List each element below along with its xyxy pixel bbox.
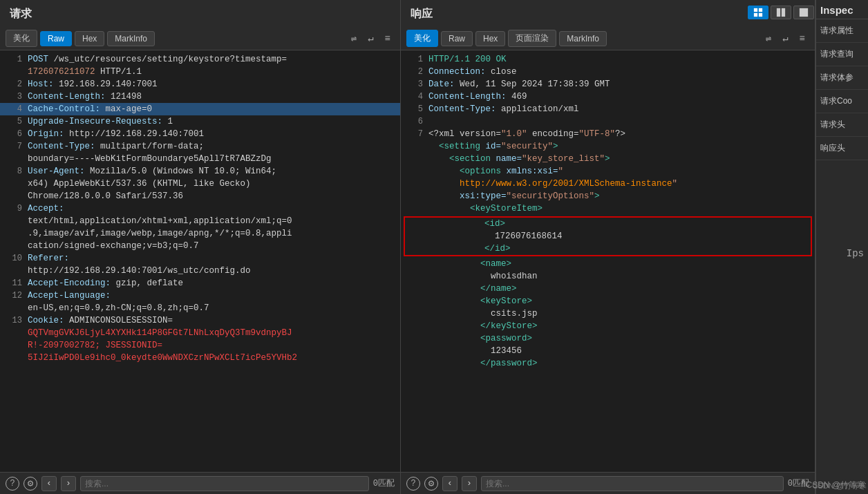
req-line-9: 9 Accept: bbox=[0, 202, 400, 215]
toggle-single[interactable] bbox=[793, 6, 814, 19]
tab-hex-req[interactable]: Hex bbox=[75, 31, 104, 46]
req-line-9d: cation/signed-exchange;v=b3;q=0.7 bbox=[0, 240, 400, 252]
resp-line-6: 6 bbox=[401, 115, 815, 128]
resp-forward-btn[interactable]: › bbox=[462, 476, 477, 491]
inspector-title: Inspec bbox=[816, 0, 868, 19]
svg-rect-3 bbox=[759, 13, 762, 17]
req-settings-icon[interactable]: ⚙ bbox=[23, 477, 37, 491]
req-line-8c: Chrome/128.0.0.0 Safari/537.36 bbox=[0, 190, 400, 202]
req-line-9b: text/html,application/xhtml+xml,applicat… bbox=[0, 215, 400, 227]
request-bottom-bar: ? ⚙ ‹ › 0匹配 bbox=[0, 472, 400, 494]
tab-hex-resp[interactable]: Hex bbox=[475, 31, 505, 46]
req-match-count: 0匹配 bbox=[373, 477, 395, 489]
req-line-13: 13 Cookie: ADMINCONSOLESESSION= bbox=[0, 314, 400, 327]
response-toolbar: 美化 Raw Hex 页面渲染 MarkInfo ⇌ ↵ ≡ bbox=[401, 27, 815, 50]
request-content: 1 POST /ws_utc/resources/setting/keystor… bbox=[0, 50, 400, 472]
resp-back-btn[interactable]: ‹ bbox=[442, 476, 457, 491]
inspector-panel: Inspec 请求属性 请求查询 请求体参 请求Coo 请求头 响应头 Ips … bbox=[815, 0, 868, 494]
icon-newline-req[interactable]: ↵ bbox=[364, 30, 377, 46]
icon-newline-resp[interactable]: ↵ bbox=[778, 30, 792, 46]
request-title: 请求 bbox=[0, 0, 400, 27]
resp-line-ks-open: <keyStore> bbox=[401, 295, 815, 307]
resp-line-7g: <keyStoreItem> bbox=[401, 202, 815, 215]
resp-line-7d: <options xmlns:xsi=" bbox=[401, 165, 815, 178]
svg-rect-6 bbox=[800, 8, 808, 17]
resp-line-id-value: 1726076168614 bbox=[405, 230, 811, 243]
req-line-13d: 5IJ2iIwPD0Le9ihc0_0keydte0WwNDXCzrNPwXCL… bbox=[0, 352, 400, 364]
resp-line-id-close: </id> bbox=[405, 243, 811, 255]
req-search-input[interactable] bbox=[80, 476, 369, 491]
resp-line-2: 2 Connection: close bbox=[401, 66, 815, 78]
tab-render-resp[interactable]: 页面渲染 bbox=[508, 30, 556, 47]
request-panel: 请求 美化 Raw Hex MarkInfo ⇌ ↵ ≡ 1 POST /ws_… bbox=[0, 0, 401, 494]
req-line-13b: GQTVmgGVKJ6LjyL4XYXHk114P8GFGt7LNhLxqDyQ… bbox=[0, 327, 400, 339]
resp-search-input[interactable] bbox=[481, 476, 784, 491]
tab-beautify-req[interactable]: 美化 bbox=[6, 30, 37, 47]
resp-line-pw-open: <password> bbox=[401, 332, 815, 345]
req-forward-btn[interactable]: › bbox=[61, 476, 76, 491]
icon-wrap-resp[interactable]: ⇌ bbox=[762, 30, 775, 46]
inspector-item-req-cookie[interactable]: 请求Coo bbox=[816, 90, 868, 113]
resp-line-7e: http://www.w3.org/2001/XMLSchema-instanc… bbox=[401, 178, 815, 190]
req-help-icon[interactable]: ? bbox=[6, 477, 19, 491]
req-line-4: 4 Cache-Control: max-age=0 bbox=[0, 103, 400, 115]
ips-label: Ips bbox=[847, 248, 864, 259]
req-line-12b: en-US,en;q=0.9,zh-CN;q=0.8,zh;q=0.7 bbox=[0, 302, 400, 314]
tab-beautify-resp[interactable]: 美化 bbox=[406, 30, 438, 47]
inspector-item-req-body[interactable]: 请求体参 bbox=[816, 66, 868, 90]
svg-rect-1 bbox=[759, 8, 762, 12]
req-line-6: 6 Origin: http://192.168.29.140:7001 bbox=[0, 128, 400, 140]
highlight-box: <id> 1726076168614 </id> bbox=[404, 216, 812, 256]
resp-line-pw-val: 123456 bbox=[401, 345, 815, 357]
resp-line-ks-close: </keyStore> bbox=[401, 320, 815, 332]
resp-line-3: 3 Date: Wed, 11 Sep 2024 17:38:39 GMT bbox=[401, 78, 815, 91]
resp-line-7f: xsi:type="securityOptions"> bbox=[401, 190, 815, 202]
resp-line-1: 1 HTTP/1.1 200 OK bbox=[401, 53, 815, 66]
watermark-fixed: CSDN @竹等寒 bbox=[806, 479, 865, 491]
tab-raw-req[interactable]: Raw bbox=[40, 31, 72, 46]
req-back-btn[interactable]: ‹ bbox=[41, 476, 57, 491]
resp-line-pw-close: </password> bbox=[401, 357, 815, 370]
resp-line-name-val: whoisdhan bbox=[401, 270, 815, 283]
view-toggles bbox=[748, 6, 814, 19]
icon-wrap-req[interactable]: ⇌ bbox=[347, 30, 361, 46]
tab-raw-resp[interactable]: Raw bbox=[441, 31, 473, 46]
req-line-7: 7 Content-Type: multipart/form-data; bbox=[0, 140, 400, 153]
resp-line-7: 7 <?xml version="1.0" encoding="UTF-8"?> bbox=[401, 128, 815, 140]
resp-line-7b: <setting id="security"> bbox=[401, 140, 815, 153]
svg-rect-0 bbox=[754, 8, 757, 12]
tab-markinfo-req[interactable]: MarkInfo bbox=[107, 31, 155, 46]
resp-line-id-open: <id> bbox=[405, 218, 811, 230]
icon-menu-resp[interactable]: ≡ bbox=[795, 31, 809, 46]
icon-menu-req[interactable]: ≡ bbox=[381, 31, 395, 46]
req-line-1b: 1726076211072 HTTP/1.1 bbox=[0, 66, 400, 78]
inspector-item-resp-headers[interactable]: 响应头 bbox=[816, 137, 868, 160]
svg-rect-2 bbox=[754, 13, 757, 17]
resp-settings-icon[interactable]: ⚙ bbox=[424, 477, 438, 491]
req-line-13c: R!-2097002782; JSESSIONID= bbox=[0, 339, 400, 352]
req-line-11: 11 Accept-Encoding: gzip, deflate bbox=[0, 277, 400, 289]
request-toolbar: 美化 Raw Hex MarkInfo ⇌ ↵ ≡ bbox=[0, 27, 400, 50]
req-line-9c: .9,image/avif,image/webp,image/apng,*/*;… bbox=[0, 227, 400, 240]
response-panel: 响应 美化 Raw Hex 页面渲染 MarkInfo ⇌ ↵ ≡ 1 HTTP… bbox=[401, 0, 815, 494]
req-line-5: 5 Upgrade-Insecure-Requests: 1 bbox=[0, 115, 400, 128]
req-line-10: 10 Referer: bbox=[0, 252, 400, 265]
resp-line-7c: <section name="key_store_list"> bbox=[401, 153, 815, 165]
svg-rect-5 bbox=[782, 8, 785, 17]
req-line-2: 2 Host: 192.168.29.140:7001 bbox=[0, 78, 400, 91]
req-line-8b: x64) AppleWebKit/537.36 (KHTML, like Gec… bbox=[0, 178, 400, 190]
inspector-item-req-headers[interactable]: 请求头 bbox=[816, 113, 868, 137]
req-line-12: 12 Accept-Language: bbox=[0, 289, 400, 302]
resp-line-4: 4 Content-Length: 469 bbox=[401, 91, 815, 103]
toggle-split[interactable] bbox=[771, 6, 791, 19]
inspector-item-req-query[interactable]: 请求查询 bbox=[816, 43, 868, 66]
req-line-7b: boundary=----WebKitFormBoundarye5Apll7tR… bbox=[0, 153, 400, 165]
tab-markinfo-resp[interactable]: MarkInfo bbox=[559, 31, 607, 46]
toggle-grid[interactable] bbox=[748, 6, 768, 19]
req-line-3: 3 Content-Length: 121498 bbox=[0, 91, 400, 103]
resp-help-icon[interactable]: ? bbox=[406, 477, 420, 491]
response-content: 1 HTTP/1.1 200 OK 2 Connection: close 3 … bbox=[401, 50, 815, 472]
svg-rect-4 bbox=[777, 8, 780, 17]
inspector-item-req-props[interactable]: 请求属性 bbox=[816, 19, 868, 43]
resp-line-5: 5 Content-Type: application/xml bbox=[401, 103, 815, 115]
